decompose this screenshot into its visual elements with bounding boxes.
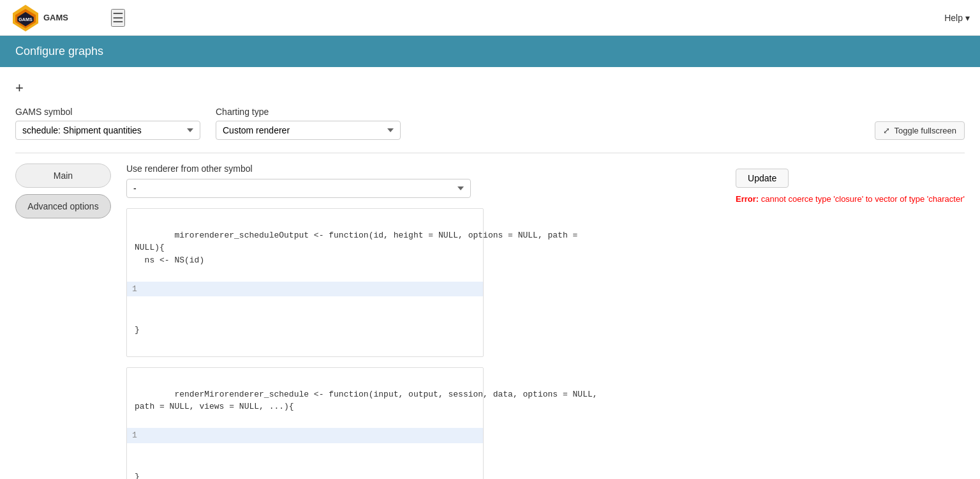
section-divider — [15, 153, 965, 153]
code-block-1: mirorenderer_scheduleOutput <- function(… — [126, 208, 484, 357]
tab-advanced-content: Use renderer from other symbol - miroren… — [126, 163, 720, 479]
error-message: cannot coerce type 'closure' to vector o… — [759, 194, 965, 204]
line-number-1: 1 — [132, 284, 137, 294]
error-container: Error: cannot coerce type 'closure' to v… — [736, 194, 965, 204]
hamburger-menu-button[interactable]: ☰ — [111, 9, 125, 27]
svg-text:GAMS: GAMS — [19, 17, 33, 22]
line-number-2: 1 — [132, 430, 137, 440]
charting-type-label: Charting type — [216, 107, 401, 117]
update-button[interactable]: Update — [736, 169, 789, 188]
tab-sidebar: Main Advanced options — [15, 163, 111, 479]
logo: GAMS GAMS MIRO — [10, 4, 101, 32]
update-error-section: Update Error: cannot coerce type 'closur… — [736, 163, 965, 479]
code-highlight-1: 1 — [127, 282, 483, 297]
tab-main[interactable]: Main — [15, 163, 111, 188]
code-line-1: mirorenderer_scheduleOutput <- function(… — [135, 231, 577, 265]
renderer-symbol-select[interactable]: - — [126, 179, 471, 198]
navbar-right: Help ▾ — [944, 13, 970, 23]
charting-type-select[interactable]: Custom renderer — [216, 121, 401, 140]
add-button[interactable]: + — [15, 80, 24, 96]
code-line-2: } — [135, 325, 140, 335]
fullscreen-icon: ⤢ — [883, 126, 890, 135]
renderer-section-label: Use renderer from other symbol — [126, 163, 720, 174]
svg-text:GAMS: GAMS — [43, 13, 68, 22]
gams-symbol-group: GAMS symbol schedule: Shipment quantitie… — [15, 107, 200, 140]
tab-advanced-options[interactable]: Advanced options — [15, 194, 111, 218]
code-line-4: } — [135, 472, 140, 480]
code-highlight-2: 1 — [127, 428, 483, 443]
help-dropdown-icon: ▾ — [965, 13, 970, 23]
navbar: GAMS GAMS MIRO ☰ Help ▾ — [0, 0, 980, 36]
code-block-2: renderMirorenderer_schedule <- function(… — [126, 367, 484, 479]
toggle-fullscreen-button[interactable]: ⤢ Toggle fullscreen — [875, 121, 965, 140]
error-label: Error: — [736, 194, 759, 204]
tab-content-layout: Main Advanced options Use renderer from … — [15, 163, 965, 479]
navbar-left: GAMS GAMS MIRO ☰ — [10, 4, 125, 32]
help-label: Help — [944, 13, 963, 23]
charting-type-group: Charting type Custom renderer — [216, 107, 401, 140]
main-content: + GAMS symbol schedule: Shipment quantit… — [0, 67, 980, 479]
svg-text:MIRO: MIRO — [43, 23, 62, 24]
code-line-3: renderMirorenderer_schedule <- function(… — [135, 390, 598, 412]
page-header: Configure graphs — [0, 36, 980, 67]
help-button[interactable]: Help ▾ — [944, 13, 970, 23]
fullscreen-label: Toggle fullscreen — [894, 126, 956, 135]
page-title: Configure graphs — [15, 45, 103, 57]
gams-symbol-label: GAMS symbol — [15, 107, 200, 117]
form-row: GAMS symbol schedule: Shipment quantitie… — [15, 107, 965, 140]
gams-symbol-select[interactable]: schedule: Shipment quantities — [15, 121, 200, 140]
